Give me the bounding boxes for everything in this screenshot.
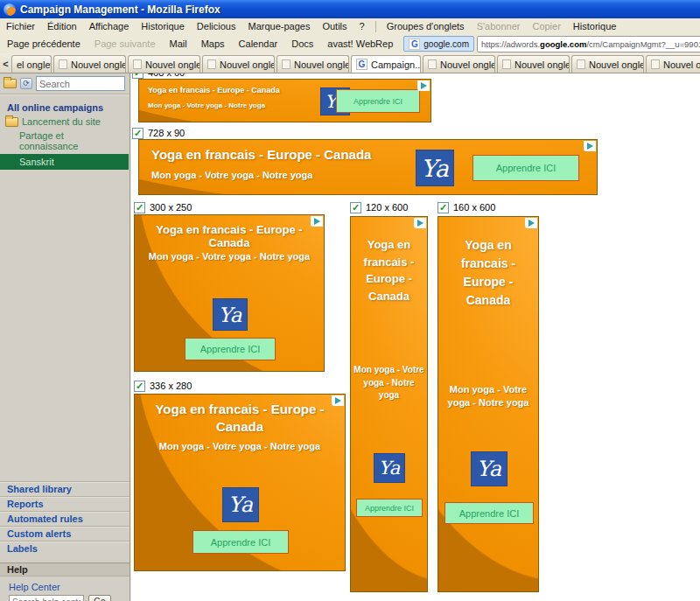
apprendre-ici-button[interactable]: Apprendre ICI: [336, 89, 420, 113]
tab-label: Nouvel onglet: [71, 59, 126, 70]
help-go-button[interactable]: Go: [88, 595, 111, 601]
check-icon: ✓: [352, 203, 360, 213]
ad-preview-content: ✓ 468 x 60 Yoga en francais - Europe - C…: [131, 73, 700, 601]
menu-historique-2[interactable]: Historique: [567, 21, 623, 31]
page-icon: [133, 59, 142, 69]
apprendre-ici-button[interactable]: Apprendre ICI: [444, 502, 534, 524]
tree-all-campaigns[interactable]: All online campaigns: [0, 101, 130, 115]
apprendre-ici-button[interactable]: Apprendre ICI: [356, 499, 423, 517]
ad-preview-728x90: Yoga en francais - Europe - Canada Mon y…: [138, 139, 598, 195]
checkbox-160x600[interactable]: ✓: [438, 202, 449, 213]
page-icon: [59, 59, 67, 69]
ya-logo: Ya: [374, 453, 405, 483]
apprendre-ici-button[interactable]: Apprendre ICI: [185, 338, 276, 360]
ad-preview-468x60: Yoga en francais - Europe - Canada Mon y…: [138, 79, 431, 122]
menu-affichage[interactable]: Affichage: [83, 21, 136, 31]
tab-label: Nouvel onglet: [514, 59, 570, 70]
ad-subtitle: Mon yoga - Votre yoga - Notre yoga: [135, 441, 345, 451]
menu-fichier[interactable]: Fichier: [0, 21, 41, 31]
help-center-link[interactable]: Help Center: [0, 577, 130, 595]
ad-size-label-160x600: ✓ 160 x 600: [438, 201, 495, 213]
google-icon: G: [409, 38, 420, 50]
tab-campaign-active[interactable]: G Campaign... ×: [351, 55, 421, 73]
link-reports[interactable]: Reports: [0, 496, 130, 511]
ya-logo: Ya: [213, 298, 248, 331]
new-folder-icon[interactable]: [4, 79, 17, 88]
tab-label: Campaign...: [371, 59, 421, 70]
adchoices-icon[interactable]: [414, 218, 426, 228]
size-text: 300 x 250: [150, 202, 192, 213]
adchoices-icon[interactable]: [311, 216, 323, 227]
ad-size-label-728x90: ✓ 728 x 90: [132, 127, 185, 139]
tab-nouvel-onglet-1[interactable]: Nouvel onglet: [53, 55, 126, 73]
tab-nouvel-onglet-3[interactable]: Nouvel onglet: [202, 55, 275, 73]
nav-calendar[interactable]: Calendar: [232, 38, 285, 49]
ad-size-label-300x250: ✓ 300 x 250: [134, 201, 192, 213]
adchoices-icon[interactable]: [525, 218, 537, 228]
menu-edition[interactable]: Édition: [41, 21, 83, 31]
link-shared-library[interactable]: Shared library: [0, 481, 130, 496]
nav-mail[interactable]: Mail: [163, 38, 194, 49]
tab-scroll-left-icon[interactable]: <: [0, 55, 11, 73]
adchoices-icon[interactable]: [584, 141, 596, 151]
ad-subtitle: Mon yoga - Votre yoga - Notre yoga: [442, 383, 535, 410]
ad-title: Yoga en francais - Europe - Canada: [354, 236, 424, 304]
tree-folder-lancement[interactable]: Lancement du site: [0, 115, 130, 129]
help-search-input[interactable]: [9, 595, 84, 601]
nav-maps[interactable]: Maps: [194, 38, 232, 49]
link-custom-alerts[interactable]: Custom alerts: [0, 526, 130, 541]
tab-label: Nouvel onglet: [220, 59, 275, 70]
menu-help[interactable]: ?: [354, 21, 371, 31]
checkbox-728x90[interactable]: ✓: [132, 128, 144, 139]
tab-nouvel-onglet-8[interactable]: Nouvel onglet: [646, 55, 700, 73]
tree-campaign-sanskrit-selected[interactable]: Sanskrit: [0, 154, 129, 170]
menu-historique[interactable]: Historique: [135, 21, 191, 31]
nav-docs[interactable]: Docs: [284, 38, 320, 49]
tab-nouvel-onglet-6[interactable]: Nouvel onglet: [497, 55, 570, 73]
adchoices-icon[interactable]: [417, 80, 430, 91]
tab-label: Nouvel onglet: [589, 59, 644, 70]
tab-nouvel-onglet-4[interactable]: Nouvel onglet: [276, 55, 349, 73]
checkbox-120x600[interactable]: ✓: [350, 202, 361, 213]
menu-marque-pages[interactable]: Marque-pages: [242, 21, 317, 31]
url-prefix: https://adwords.: [481, 39, 540, 49]
check-icon: ✓: [439, 203, 447, 213]
tab-partial-left[interactable]: el onglet: [11, 55, 52, 73]
size-text: 160 x 600: [453, 202, 495, 213]
ad-title: Yoga en francais - Europe - Canada: [148, 86, 280, 94]
ad-title: Yoga en francais - Europe - Canada: [151, 147, 371, 162]
checkbox-336x280[interactable]: ✓: [134, 381, 145, 392]
campaign-sidebar: ⟳ All online campaigns Lancement du site…: [0, 73, 130, 601]
checkbox-468x60[interactable]: ✓: [132, 73, 144, 79]
checkbox-300x250[interactable]: ✓: [134, 202, 145, 213]
menu-delicious[interactable]: Delicious: [191, 21, 242, 31]
menu-copier: Copier: [526, 21, 566, 31]
apprendre-ici-button[interactable]: Apprendre ICI: [192, 530, 289, 554]
tab-bar: < el onglet Nouvel onglet Nouvel onglet …: [0, 53, 700, 73]
apprendre-ici-button[interactable]: Apprendre ICI: [472, 155, 579, 181]
url-bar[interactable]: https://adwords.google.com/cm/CampaignMg…: [477, 36, 700, 52]
search-engine-box[interactable]: G google.com: [403, 36, 474, 52]
sidebar-search-input[interactable]: [36, 76, 125, 91]
tab-nouvel-onglet-2[interactable]: Nouvel onglet: [128, 55, 200, 73]
ad-subtitle: Mon yoga - Votre yoga - Notre yoga: [151, 170, 312, 180]
tab-nouvel-onglet-5[interactable]: Nouvel onglet: [423, 55, 495, 73]
adchoices-icon[interactable]: [332, 395, 344, 406]
tab-label: el onglet: [17, 59, 52, 70]
link-automated-rules[interactable]: Automated rules: [0, 511, 130, 526]
ad-title: Yoga en francais - Europe - Canada: [140, 401, 340, 437]
menu-sabonner: S'abonner: [471, 21, 527, 31]
sidebar-toolbar: ⟳: [0, 73, 130, 94]
nav-avast-webrep[interactable]: avast! WebRep: [320, 38, 400, 49]
menu-groupes-onglets[interactable]: Groupes d'onglets: [381, 21, 471, 31]
ya-logo: Ya: [222, 487, 259, 522]
tab-nouvel-onglet-7[interactable]: Nouvel onglet: [571, 55, 644, 73]
tree-campaign-partage[interactable]: Partage et connaissance: [0, 129, 130, 154]
size-text: 336 x 280: [150, 381, 192, 391]
refresh-tree-icon[interactable]: ⟳: [20, 78, 32, 89]
link-labels[interactable]: Labels: [0, 541, 130, 556]
search-engine-label: google.com: [424, 39, 469, 49]
menu-outils[interactable]: Outils: [316, 21, 353, 31]
campaign-tree: All online campaigns Lancement du site P…: [0, 94, 130, 170]
nav-page-precedente[interactable]: Page précédente: [0, 38, 88, 49]
